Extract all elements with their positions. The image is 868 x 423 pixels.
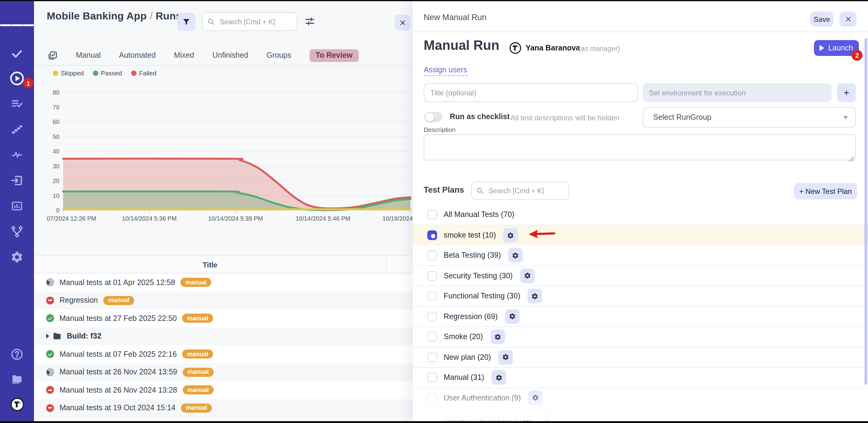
test-plan-row[interactable]: smoke test (10) <box>413 225 868 246</box>
tab-to-review[interactable]: To Review <box>310 49 359 62</box>
environment-input[interactable] <box>643 83 832 102</box>
test-plan-row[interactable]: User Authentication (9) <box>413 388 868 408</box>
test-plan-settings-button[interactable] <box>490 330 505 344</box>
table-row[interactable]: Manual tests at 26 Nov 2024 13:59manual <box>34 363 413 381</box>
table-row[interactable]: Manual tests at 26 Nov 2024 13:28manual <box>34 381 413 399</box>
sidebar-item-test-plans-list-icon[interactable] <box>0 93 34 114</box>
breadcrumb-separator: / <box>147 10 156 22</box>
test-plan-row[interactable]: Smoke (20) <box>413 327 868 347</box>
svg-text:30: 30 <box>53 163 60 170</box>
sidebar-item-projects-folder-icon[interactable] <box>0 369 34 390</box>
runs-search[interactable] <box>202 12 298 31</box>
tab-mixed[interactable]: Mixed <box>174 51 194 60</box>
run-type-badge: manual <box>181 403 212 413</box>
test-plan-row[interactable]: Security Testing (30) <box>413 266 868 286</box>
drawer-scrollbar[interactable] <box>864 38 867 385</box>
assign-users-link[interactable]: Assign users <box>424 66 467 76</box>
test-plan-checkbox[interactable] <box>427 393 437 403</box>
test-plan-settings-button[interactable] <box>498 350 513 365</box>
funnel-icon <box>182 18 191 26</box>
svg-text:0: 0 <box>56 207 60 214</box>
table-row[interactable]: Manual tests at 19 Oct 2024 15:14manual <box>34 399 413 417</box>
svg-text:80: 80 <box>53 89 60 96</box>
test-plan-row[interactable]: Functional Testing (30) <box>413 286 868 307</box>
close-runs-panel-button[interactable] <box>395 15 410 30</box>
sidebar-item-import-icon[interactable] <box>0 170 34 191</box>
sidebar-item-branch-merge-icon[interactable] <box>0 221 34 242</box>
test-plan-settings-button[interactable] <box>508 248 523 263</box>
test-plan-row[interactable]: Beta Testing (39) <box>413 246 868 266</box>
table-row[interactable]: Manual tests at 27 Feb 2025 22:50manual <box>34 309 413 327</box>
test-plan-checkbox[interactable] <box>427 210 437 220</box>
search-input[interactable] <box>219 17 292 26</box>
test-plan-checkbox[interactable] <box>427 251 437 260</box>
test-plan-settings-button[interactable] <box>505 309 520 324</box>
runs-panel: Mobile Banking App/Runs ManualAutomatedM… <box>34 0 413 423</box>
filter-settings-icon[interactable] <box>305 17 315 29</box>
table-row[interactable]: Build: f32 <box>34 327 413 345</box>
test-plan-settings-button[interactable] <box>527 289 542 304</box>
column-header-title[interactable]: Title <box>34 256 386 274</box>
save-button[interactable]: Save <box>810 11 833 27</box>
run-title-input[interactable] <box>424 83 638 102</box>
test-plans-search-input[interactable] <box>488 187 564 195</box>
bulk-select-icon[interactable] <box>48 50 58 60</box>
runs-tabs: ManualAutomatedMixedUnfinishedGroupsTo R… <box>48 48 359 63</box>
table-row[interactable]: Manual tests at 01 Apr 2025 12:58manual <box>34 274 413 291</box>
test-plan-checkbox[interactable] <box>427 352 437 362</box>
svg-text:10/14/2024 5:46 PM: 10/14/2024 5:46 PM <box>296 215 350 222</box>
tab-groups[interactable]: Groups <box>267 51 291 60</box>
sidebar-item-help-icon[interactable] <box>0 344 34 365</box>
rungroup-select[interactable]: Select RunGroup <box>643 107 856 128</box>
test-plan-settings-button[interactable] <box>491 370 506 385</box>
run-type-badge: manual <box>182 314 213 323</box>
test-plans-search[interactable] <box>471 182 569 200</box>
svg-text:60: 60 <box>53 118 60 125</box>
new-test-plan-button[interactable]: + New Test Plan <box>794 183 857 199</box>
description-label: Description <box>424 126 456 133</box>
runs-table: Title Manual tests at 01 Apr 2025 12:58m… <box>34 255 413 417</box>
description-textarea[interactable] <box>424 134 856 161</box>
test-plan-row[interactable]: All Manual Tests (70) <box>413 205 868 225</box>
tab-automated[interactable]: Automated <box>119 51 156 60</box>
test-plan-checkbox[interactable] <box>427 312 437 321</box>
status-pending-icon <box>46 368 54 376</box>
add-environment-button[interactable]: + <box>837 83 856 102</box>
sidebar-item-settings-gear-icon[interactable] <box>0 247 34 267</box>
tab-manual[interactable]: Manual <box>76 51 101 60</box>
test-plan-settings-button[interactable] <box>528 391 542 405</box>
test-plan-settings-button[interactable] <box>520 269 534 283</box>
sidebar-item-pulse-activity-icon[interactable] <box>0 145 34 165</box>
manager-name[interactable]: Yana Baranova <box>526 44 580 52</box>
test-plan-row[interactable]: Regression (69) <box>413 307 868 327</box>
table-row[interactable]: Manual tests at 07 Feb 2025 22:16manual <box>34 345 413 363</box>
filter-button[interactable] <box>177 13 195 31</box>
close-icon <box>845 16 851 23</box>
status-passed-icon <box>46 314 54 322</box>
resize-handle-icon[interactable] <box>848 153 854 164</box>
expand-caret-icon[interactable] <box>46 334 49 339</box>
test-plan-checkbox[interactable] <box>427 231 437 241</box>
test-plan-checkbox[interactable] <box>427 373 437 383</box>
annotation-step-badge-1: 1 <box>23 78 33 88</box>
sidebar-item-analytics-chart-icon[interactable] <box>0 196 34 216</box>
run-as-checklist-toggle[interactable] <box>424 112 442 122</box>
status-failed-icon <box>46 386 54 394</box>
table-row[interactable]: Regressionmanual <box>34 291 413 309</box>
breadcrumb-project[interactable]: Mobile Banking App <box>47 10 147 22</box>
sidebar-item-milestones-steps-icon[interactable] <box>0 119 34 140</box>
test-plan-row[interactable]: New plan (20) <box>413 347 868 368</box>
sidebar-item-tests-check-icon[interactable] <box>0 44 34 64</box>
sidebar-item-testomat-logo[interactable] <box>0 394 34 415</box>
folder-icon <box>53 333 61 340</box>
test-plan-checkbox[interactable] <box>427 332 437 342</box>
close-drawer-button[interactable] <box>839 11 857 27</box>
run-heading: Manual Run <box>424 38 499 54</box>
test-plan-checkbox[interactable] <box>427 271 437 281</box>
test-plan-checkbox[interactable] <box>427 291 437 301</box>
tab-unfinished[interactable]: Unfinished <box>212 51 248 60</box>
sidebar-item-menu-icon[interactable] <box>0 15 34 35</box>
test-plan-row[interactable]: Manual (31) <box>413 368 868 388</box>
test-plan-label: User Authentication (9) <box>444 394 521 402</box>
test-plan-settings-button[interactable] <box>503 228 518 243</box>
